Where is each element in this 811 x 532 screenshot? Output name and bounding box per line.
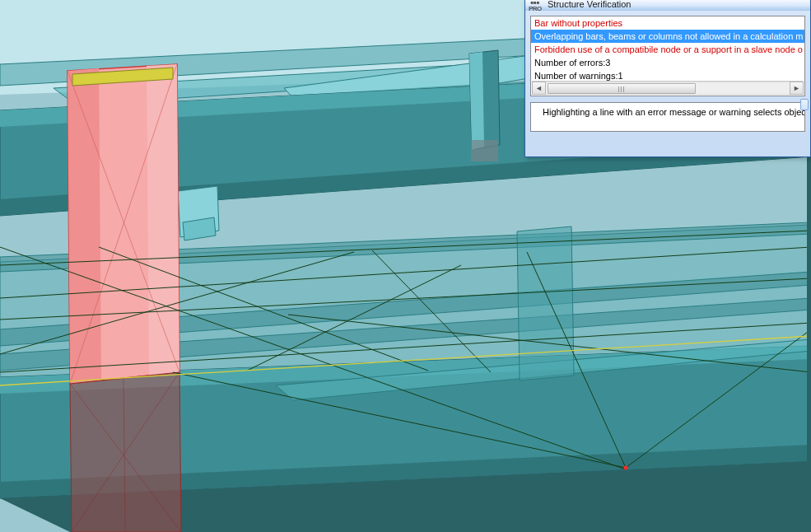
scroll-track[interactable] — [546, 82, 790, 95]
msg-summary: Number of errors:3 — [531, 56, 804, 69]
app-badge: ■■■ PRO — [529, 0, 542, 12]
message-list[interactable]: Bar without properties Overlapping bars,… — [530, 16, 805, 96]
side-button[interactable] — [800, 99, 809, 110]
scroll-left-button[interactable]: ◄ — [532, 82, 546, 95]
svg-marker-26 — [147, 64, 179, 376]
app-badge-text: PRO — [529, 6, 542, 12]
structure-verification-dialog[interactable]: ■■■ PRO Structure Verification Bar witho… — [524, 0, 811, 157]
msg-error-selected[interactable]: Overlapping bars, beams or columns not a… — [531, 30, 804, 43]
svg-marker-18 — [517, 226, 574, 380]
viewport: ■■■ PRO Structure Verification Bar witho… — [0, 0, 811, 532]
horizontal-scrollbar[interactable]: ◄ ► — [532, 81, 804, 95]
selected-column[interactable] — [68, 64, 181, 532]
hint-box: Highlighting a line with an error messag… — [530, 102, 805, 132]
hint-text: Highlighting a line with an error messag… — [543, 107, 805, 117]
scroll-thumb[interactable] — [548, 83, 696, 94]
msg-error[interactable]: Forbidden use of a compatibile node or a… — [531, 43, 804, 56]
svg-rect-21 — [471, 140, 498, 161]
scroll-right-button[interactable]: ► — [790, 82, 804, 95]
svg-marker-20 — [469, 52, 484, 150]
msg-error[interactable]: Bar without properties — [531, 16, 804, 30]
dialog-title: Structure Verification — [525, 0, 810, 11]
node-marker — [624, 466, 628, 470]
